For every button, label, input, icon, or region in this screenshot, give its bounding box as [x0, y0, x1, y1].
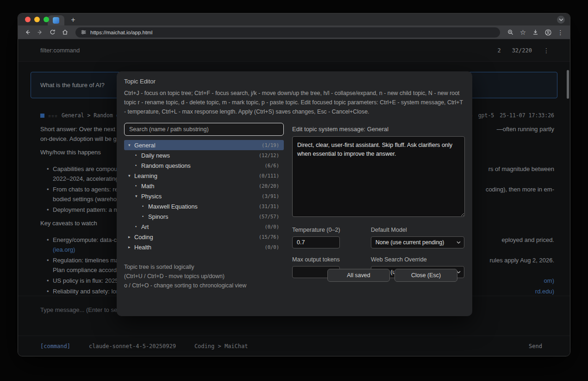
leaf-dot-icon: •	[135, 184, 141, 188]
leaf-dot-icon: •	[135, 153, 141, 158]
topic-search-input[interactable]	[124, 123, 284, 136]
tree-item-learning[interactable]: ▾Learning(0/111)	[124, 171, 284, 181]
tree-item-label: Health	[134, 244, 264, 251]
downloads-button[interactable]	[530, 27, 541, 38]
topic-editor-modal: Topic Editor Ctrl+J - focus on topic tre…	[117, 71, 472, 316]
minimize-window-button[interactable]	[34, 17, 40, 22]
profile-icon	[544, 29, 552, 36]
forward-button[interactable]	[34, 27, 46, 38]
tab-strip: +	[18, 13, 570, 25]
tree-item-count: (20/20)	[259, 183, 279, 189]
tree-item-label: Math	[141, 183, 259, 190]
tree-item-spinors[interactable]: •Spinors(57/57)	[124, 211, 284, 222]
chevron-down-icon	[559, 18, 563, 21]
tab-favicon-icon	[53, 17, 59, 24]
close-window-button[interactable]	[25, 17, 31, 22]
back-button[interactable]	[22, 27, 33, 38]
forward-arrow-icon	[37, 29, 44, 36]
tree-item-count: (31/31)	[259, 203, 279, 209]
tree-item-art[interactable]: •Art(0/0)	[124, 222, 284, 232]
system-message-textarea[interactable]: Direct, clear, user-first assistant. Ski…	[292, 136, 465, 217]
modal-title: Topic Editor	[124, 78, 465, 85]
caret-down-icon[interactable]: ▾	[128, 143, 134, 147]
home-button[interactable]	[59, 27, 71, 38]
tree-sort-hint: o / Ctrl+O - change sorting to chronolog…	[124, 281, 284, 291]
temperature-input[interactable]	[292, 236, 340, 248]
site-settings-icon[interactable]	[81, 29, 87, 35]
tab-search-button[interactable]	[557, 16, 565, 24]
tree-item-count: (1/19)	[262, 142, 279, 148]
back-arrow-icon	[24, 29, 31, 36]
default-model-value: None (use current pending)	[375, 239, 444, 246]
tree-item-label: Spinors	[148, 213, 259, 220]
tree-item-coding[interactable]: ▸Coding(15/76)	[124, 232, 284, 242]
web-search-label: Web Search Override	[371, 256, 464, 263]
default-model-label: Default Model	[371, 227, 464, 233]
new-tab-button[interactable]: +	[68, 15, 78, 25]
tree-footer: Topic tree is sorted logically (Ctrl+U /…	[124, 263, 284, 291]
zoom-button[interactable]	[505, 27, 516, 38]
caret-right-icon[interactable]: ▸	[128, 245, 134, 249]
tree-item-count: (0/0)	[264, 224, 279, 229]
star-icon: ☆	[520, 28, 526, 37]
tree-item-health[interactable]: ▸Health(0/0)	[124, 242, 284, 252]
tree-item-label: Art	[141, 223, 264, 230]
tree-item-label: General	[134, 142, 262, 149]
browser-window: +	[18, 13, 570, 356]
tree-item-label: Physics	[141, 193, 262, 200]
tree-item-general[interactable]: ▾General(1/19)	[124, 140, 284, 150]
tree-item-physics[interactable]: ▾Physics(3/91)	[124, 191, 284, 201]
tree-sort-info: Topic tree is sorted logically	[124, 263, 284, 272]
tree-item-daily-news[interactable]: •Daily news(12/12)	[124, 150, 284, 160]
browser-tab[interactable]	[48, 15, 64, 25]
home-icon	[62, 29, 69, 36]
zoom-icon	[507, 29, 514, 36]
close-button[interactable]: Close (Esc)	[394, 269, 457, 282]
tree-item-label: Daily news	[141, 152, 259, 159]
max-tokens-label: Max output tokens	[292, 256, 371, 263]
default-model-select[interactable]: None (use current pending)	[371, 236, 464, 248]
tree-item-maxwell-equations[interactable]: •Maxwell Equations(31/31)	[124, 201, 284, 211]
download-icon	[532, 29, 539, 36]
tree-item-label: Maxwell Equations	[148, 203, 259, 210]
modal-help-text: Ctrl+J - focus on topic tree; Ctrl+F - f…	[124, 89, 465, 116]
tree-item-count: (57/57)	[259, 214, 279, 219]
caret-right-icon[interactable]: ▸	[128, 235, 134, 239]
tree-item-count: (12/12)	[259, 152, 279, 158]
tree-item-label: Learning	[134, 172, 259, 179]
tree-item-label: Coding	[134, 234, 259, 241]
browser-menu-button[interactable]: ⋮	[555, 27, 566, 38]
reload-icon	[49, 29, 56, 36]
traffic-lights	[25, 17, 49, 22]
topic-tree: ▾General(1/19)•Daily news(12/12)•Random …	[124, 140, 284, 252]
tree-item-random-questions[interactable]: •Random questions(6/6)	[124, 160, 284, 171]
address-bar[interactable]: https://maichat.io/app.html	[75, 27, 500, 38]
leaf-dot-icon: •	[142, 214, 148, 219]
caret-down-icon[interactable]: ▾	[135, 194, 141, 198]
chevron-down-icon	[457, 241, 461, 244]
tree-item-count: (15/76)	[259, 234, 279, 240]
tree-item-count: (3/91)	[262, 193, 279, 199]
caret-down-icon[interactable]: ▾	[128, 173, 134, 178]
tree-item-math[interactable]: •Math(20/20)	[124, 181, 284, 191]
reload-button[interactable]	[47, 27, 58, 38]
profile-button[interactable]	[542, 27, 554, 38]
browser-toolbar: https://maichat.io/app.html ☆ ⋮	[18, 25, 570, 39]
leaf-dot-icon: •	[135, 224, 141, 229]
temperature-label: Temperature (0–2)	[292, 227, 371, 233]
tree-move-hint: (Ctrl+U / Ctrl+D - move topics up/down)	[124, 272, 284, 281]
tree-item-label: Random questions	[141, 162, 264, 169]
tree-item-count: (0/0)	[264, 244, 279, 250]
leaf-dot-icon: •	[142, 204, 148, 209]
tree-item-count: (6/6)	[264, 163, 279, 168]
bookmark-button[interactable]: ☆	[517, 27, 529, 38]
save-button[interactable]: All saved	[327, 269, 390, 282]
url-text: https://maichat.io/app.html	[90, 30, 152, 35]
fullscreen-window-button[interactable]	[44, 17, 49, 22]
system-message-label: Edit topic system message: General	[292, 126, 465, 133]
scrollbar-thumb[interactable]	[567, 70, 569, 99]
tree-item-count: (0/111)	[259, 173, 279, 178]
kebab-menu-icon: ⋮	[557, 29, 564, 36]
leaf-dot-icon: •	[135, 163, 141, 168]
